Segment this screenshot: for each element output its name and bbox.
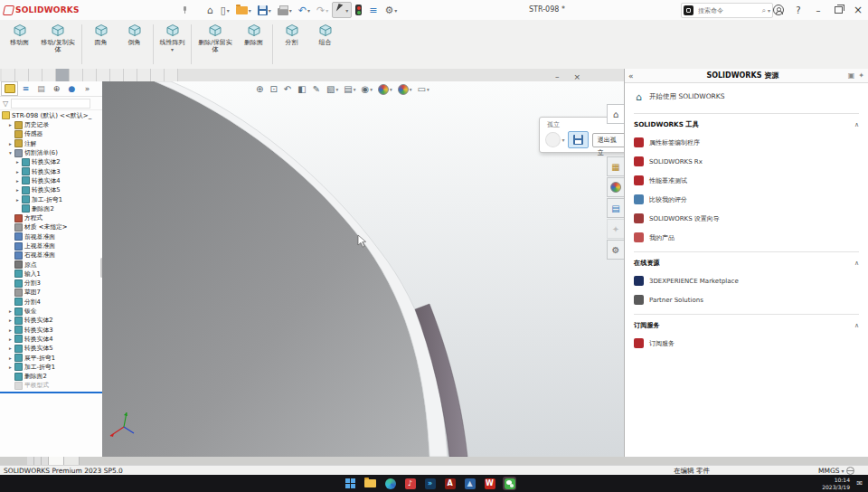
taskbar-clock[interactable]: 10:14 2023/3/19 (822, 477, 850, 490)
tree-item[interactable]: ▸ 转换实体4 (0, 176, 102, 185)
office-app-icon[interactable]: ▲ (463, 477, 476, 490)
ribbon-button[interactable] (191, 24, 192, 64)
tree-item[interactable]: ▸ 转换实体3 (0, 166, 102, 175)
ribbon-button[interactable] (272, 24, 273, 64)
edit-appearance-icon[interactable]: ▾ (376, 83, 394, 96)
solidworks-rx-link[interactable]: SOLIDWORKS Rx (634, 152, 859, 171)
zoom-fit-icon[interactable]: ⊕ (254, 83, 266, 95)
filter-funnel-icon[interactable]: ▽ (3, 99, 8, 108)
command-tab[interactable] (42, 69, 56, 81)
settings-wizard-link[interactable]: SOLIDWORKS 设置向导 (634, 209, 859, 228)
apply-scene-icon[interactable]: ▾ (396, 83, 414, 96)
collapse-pane-button[interactable]: « (628, 71, 641, 80)
tree-item[interactable]: ▸ 转换实体2 (0, 316, 102, 325)
tree-item[interactable]: 删除面2 (0, 204, 102, 213)
tree-item[interactable]: 材质 <未指定> (0, 222, 102, 232)
wechat-icon[interactable] (503, 477, 516, 490)
save-display-state-button[interactable] (568, 131, 589, 148)
task-pane-view-palette-tab[interactable]: ▤ (607, 198, 625, 218)
ribbon-button[interactable]: 倒角 (118, 20, 151, 69)
menu-item[interactable] (92, 7, 103, 13)
hide-show-items-icon[interactable]: ◉ ▾ (359, 83, 374, 95)
undo-button[interactable]: ↶ ▾ (296, 4, 313, 17)
tree-item[interactable]: ▸ 转换实体5 (0, 185, 102, 194)
tree-filter-input[interactable] (11, 99, 90, 109)
property-tab-builder-link[interactable]: 属性标签编制程序 (634, 133, 859, 152)
ribbon-button[interactable]: 移动面 (3, 20, 36, 69)
my-products-link[interactable]: 我的产品 (634, 228, 859, 247)
tree-item[interactable]: 右视基准面 (0, 251, 102, 260)
menu-item[interactable] (143, 7, 154, 13)
tree-item[interactable]: ▸ 钣金 (0, 307, 102, 316)
tree-item[interactable]: 上视基准面 (0, 241, 102, 251)
tree-item[interactable]: 前视基准面 (0, 232, 102, 241)
doc-close-button[interactable]: × (574, 73, 581, 81)
command-tab[interactable] (97, 69, 110, 81)
previous-view-icon[interactable]: ↶ (282, 83, 294, 95)
configurationmanager-tab-icon[interactable]: ▤ (33, 82, 49, 95)
dev-tool-icon[interactable]: » (423, 477, 437, 490)
ribbon-button[interactable]: 删除面 (237, 20, 270, 69)
tree-root-item[interactable]: STR-098 (默认) <<默认>_ (0, 110, 102, 120)
menu-item[interactable] (105, 7, 116, 13)
command-tab[interactable] (15, 69, 29, 81)
menu-item[interactable] (168, 7, 179, 13)
display-style-icon[interactable]: ▤ ▾ (342, 83, 357, 95)
command-tab[interactable] (165, 69, 178, 81)
ribbon-button[interactable]: 线性阵列 ▾ (156, 20, 189, 69)
panel-overflow-icon[interactable]: » (80, 82, 95, 95)
tree-item[interactable]: 删除面2 (0, 372, 102, 381)
task-pane-resources-tab[interactable]: ⌂ (607, 104, 625, 124)
file-explorer-icon[interactable] (363, 477, 377, 490)
tree-item[interactable]: 传感器 (0, 129, 102, 138)
compare-score-link[interactable]: 比较我的评分 (634, 190, 859, 209)
transparency-caret-icon[interactable]: ▾ (562, 137, 565, 143)
tree-item[interactable]: ▸ 转换实体2 (0, 157, 102, 166)
autocad-icon[interactable]: A (443, 477, 457, 490)
featuremanager-tab-icon[interactable] (1, 81, 18, 96)
dimxpert-tab-icon[interactable]: ⊕ (49, 82, 64, 95)
options-list-button[interactable]: ≡ (366, 4, 381, 17)
print-button[interactable]: ▾ (275, 4, 295, 17)
login-button[interactable] (769, 0, 788, 20)
zoom-area-icon[interactable]: ⊡ (268, 83, 279, 95)
save-button[interactable]: ▾ (255, 4, 274, 17)
pane-pin-icon[interactable]: ✦ (858, 71, 864, 80)
close-button[interactable]: × (848, 0, 868, 20)
command-tab[interactable] (2, 69, 15, 81)
command-tab[interactable] (56, 69, 70, 81)
performance-benchmark-link[interactable]: 性能基准测试 (634, 171, 859, 190)
ribbon-button[interactable]: 移动/复制实体 (36, 20, 80, 69)
tree-item[interactable]: ▸ 转换实体5 (0, 344, 102, 353)
menu-item[interactable] (118, 7, 128, 13)
restore-button[interactable] (828, 0, 848, 20)
open-button[interactable]: ▾ (233, 5, 254, 16)
partner-solutions-link[interactable]: Partner Solutions (634, 290, 859, 309)
marketplace-link[interactable]: 3DEXPERIENCE Marketplace (634, 271, 859, 290)
command-tab[interactable] (70, 69, 83, 81)
tree-item[interactable]: 方程式 (0, 213, 102, 222)
view-settings-icon[interactable]: ▭ ▾ (415, 83, 430, 95)
settings-button[interactable]: ⚙ ▾ (382, 4, 400, 17)
tree-item[interactable]: ▾ 切割清单(6) (0, 148, 102, 157)
tab-scroll-button-3[interactable] (42, 457, 49, 465)
tree-item[interactable]: 输入1 (0, 270, 102, 279)
task-pane-appearances-tab[interactable] (607, 177, 625, 197)
model-tab[interactable] (49, 457, 64, 465)
music-app-icon[interactable]: ♪ (403, 477, 417, 490)
command-tab[interactable] (124, 69, 137, 81)
home-button[interactable]: ⌂ (204, 4, 217, 17)
getting-started-link[interactable]: ⌂ 开始使用 SOLIDWORKS (634, 85, 859, 109)
menu-item[interactable] (130, 7, 141, 13)
tree-item[interactable]: ▸ 历史记录 (0, 120, 102, 129)
ribbon-button[interactable]: 组合 (308, 20, 342, 69)
unit-system-selector[interactable]: MMGS ▾ (818, 467, 854, 475)
command-tab[interactable] (83, 69, 97, 81)
model-tab[interactable] (64, 457, 80, 465)
rebuild-button[interactable] (353, 3, 365, 17)
view-orientation-icon[interactable]: ▧ ▾ (325, 83, 340, 95)
section-view-icon[interactable]: ◧ (296, 83, 308, 95)
search-input[interactable] (696, 6, 762, 15)
subscription-link[interactable]: 订阅服务 (634, 334, 859, 353)
tree-item[interactable]: 平板型式 (0, 381, 102, 390)
